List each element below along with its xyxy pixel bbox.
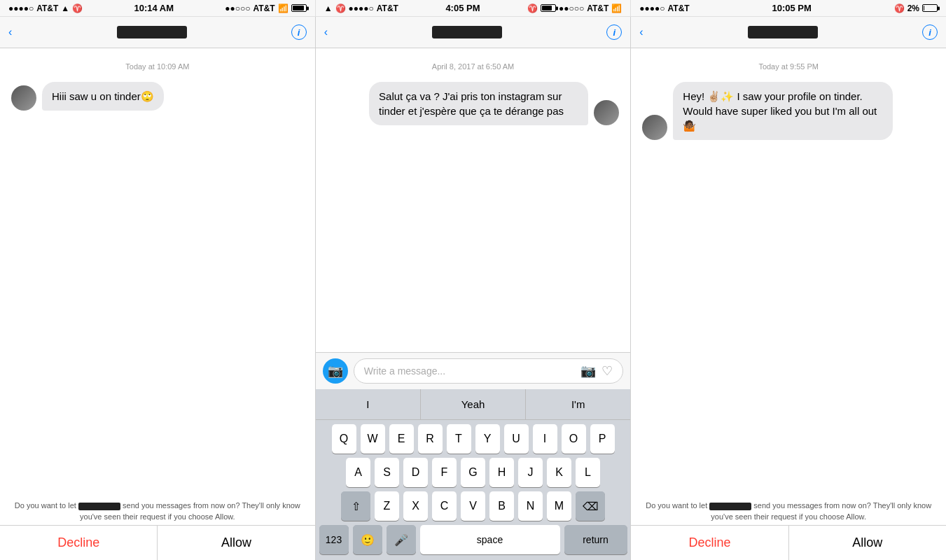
battery-percent-right: 2% [907, 4, 919, 13]
bluetooth-icon-mid: ♈ [335, 4, 346, 13]
timestamp-left: Today at 10:09 AM [11, 62, 304, 71]
suggestion-2[interactable]: Yeah [421, 389, 526, 419]
info-button-middle[interactable]: i [606, 24, 622, 40]
nav-bars: ‹ i ‹ i ‹ i [0, 17, 946, 48]
nav-title-right [748, 26, 818, 38]
key-Y[interactable]: Y [475, 424, 500, 454]
suggestion-3[interactable]: I'm [526, 389, 630, 419]
panel-right: Today at 9:55 PM Hey! ✌🏼✨ I saw your pro… [631, 48, 946, 560]
key-E[interactable]: E [389, 424, 414, 454]
info-button-left[interactable]: i [291, 24, 307, 40]
back-button-middle[interactable]: ‹ [324, 26, 328, 38]
signal-dots-left: ●●●●○ [8, 4, 34, 13]
nav-bar-right: ‹ i [631, 17, 946, 48]
message-input-field[interactable]: Write a message... 📷 ♡ [354, 358, 624, 384]
permission-text-left: Do you want to let send you messages fro… [0, 495, 315, 525]
key-mic[interactable]: 🎤 [387, 525, 416, 554]
key-I[interactable]: I [533, 424, 557, 454]
key-C[interactable]: C [432, 491, 457, 521]
key-T[interactable]: T [447, 424, 471, 454]
signal-dots-right: ●●●●○ [639, 4, 665, 13]
carrier-left: AT&T [36, 4, 58, 13]
status-bar-middle: ▲ ♈ ●●●●○ AT&T 4:05 PM ♈ ●●○○○ AT&T 📶 [316, 0, 632, 16]
key-W[interactable]: W [361, 424, 385, 454]
bubble-middle-outgoing: Salut ça va ? J'ai pris ton instagram su… [369, 82, 588, 125]
key-R[interactable]: R [418, 424, 443, 454]
nav-bar-middle: ‹ i [316, 17, 632, 48]
info-button-right[interactable]: i [922, 24, 938, 40]
avatar-left [11, 85, 36, 111]
keyboard: I Yeah I'm Q W E R T Y U I O P A S D [316, 389, 631, 560]
key-G[interactable]: G [461, 458, 485, 487]
time-middle: 4:05 PM [445, 3, 480, 13]
key-S[interactable]: S [375, 458, 399, 487]
decline-button-left[interactable]: Decline [0, 526, 158, 560]
signal-dots-mid: ●●●●○ [349, 4, 374, 13]
battery-mid [541, 4, 556, 12]
shift-key[interactable]: ⇧ [341, 491, 370, 521]
camera-button[interactable]: 📷 [323, 358, 348, 384]
permission-section-left: Do you want to let send you messages fro… [0, 495, 315, 560]
key-A[interactable]: A [346, 458, 370, 487]
suggestion-1[interactable]: I [316, 389, 421, 419]
key-Q[interactable]: Q [332, 424, 356, 454]
key-row-3: ⇧ Z X C V B N M ⌫ [316, 487, 631, 521]
key-row-2: A S D F G H J K L [316, 454, 631, 487]
nav-title-middle [432, 26, 502, 38]
avatar-middle [594, 100, 619, 125]
carrier-mid2: AT&T [587, 4, 608, 13]
wifi-icon-mid: 📶 [611, 4, 622, 13]
key-emoji[interactable]: 🙂 [353, 525, 382, 554]
key-H[interactable]: H [489, 458, 514, 487]
panel-middle: April 8, 2017 at 6:50 AM Salut ça va ? J… [316, 48, 632, 560]
key-L[interactable]: L [576, 458, 600, 487]
key-Z[interactable]: Z [375, 491, 399, 521]
avatar-right [642, 115, 667, 140]
message-row-middle-1: Salut ça va ? J'ai pris ton instagram su… [327, 82, 620, 125]
status-left-indicators: ●●●●○ AT&T ▲ ♈ [8, 4, 83, 13]
battery-fill-left [293, 6, 304, 10]
heart-icon[interactable]: ♡ [601, 363, 613, 379]
image-icon[interactable]: 📷 [580, 363, 596, 379]
key-D[interactable]: D [403, 458, 428, 487]
key-N[interactable]: N [518, 491, 543, 521]
key-J[interactable]: J [518, 458, 543, 487]
key-K[interactable]: K [547, 458, 571, 487]
key-F[interactable]: F [432, 458, 457, 487]
timestamp-right: Today at 9:55 PM [642, 62, 935, 71]
message-placeholder: Write a message... [364, 365, 576, 377]
status-right-left: ●●○○○ AT&T 📶 [225, 4, 306, 13]
key-P[interactable]: P [590, 424, 615, 454]
back-button-right[interactable]: ‹ [639, 26, 643, 38]
message-row-right-1: Hey! ✌🏼✨ I saw your profile on tinder. W… [642, 82, 935, 140]
key-X[interactable]: X [403, 491, 428, 521]
avatar-img-middle [594, 100, 619, 125]
status-bar-left: ●●●●○ AT&T ▲ ♈ 10:14 AM ●●○○○ AT&T 📶 [0, 0, 316, 16]
decline-button-right[interactable]: Decline [631, 526, 788, 560]
key-O[interactable]: O [562, 424, 586, 454]
action-buttons-left: Decline Allow [0, 525, 315, 560]
key-return[interactable]: return [564, 525, 627, 554]
status-left-middle: ▲ ♈ ●●●●○ AT&T [324, 4, 398, 13]
back-button-left[interactable]: ‹ [8, 26, 12, 38]
battery-fill-mid [542, 6, 552, 10]
bluetooth-right: ♈ [894, 4, 905, 13]
action-buttons-right: Decline Allow [631, 525, 946, 560]
suggestions-bar: I Yeah I'm [316, 389, 631, 420]
key-V[interactable]: V [461, 491, 485, 521]
key-num[interactable]: 123 [319, 525, 349, 554]
bubble-right-incoming: Hey! ✌🏼✨ I saw your profile on tinder. W… [673, 82, 892, 140]
allow-button-left[interactable]: Allow [158, 526, 314, 560]
key-row-bottom: 123 🙂 🎤 space return [316, 521, 631, 560]
chat-area-left: Today at 10:09 AM Hiii saw u on tinder🙄 [0, 48, 315, 495]
key-space[interactable]: space [420, 525, 560, 554]
key-B[interactable]: B [489, 491, 514, 521]
permission-section-right: Do you want to let send you messages fro… [631, 495, 946, 560]
input-area-middle: 📷 Write a message... 📷 ♡ [316, 352, 631, 389]
key-row-1: Q W E R T Y U I O P [316, 420, 631, 454]
key-M[interactable]: M [547, 491, 571, 521]
message-row-left-1: Hiii saw u on tinder🙄 [11, 82, 304, 111]
backspace-key[interactable]: ⌫ [576, 491, 605, 521]
allow-button-right[interactable]: Allow [789, 526, 946, 560]
key-U[interactable]: U [504, 424, 529, 454]
